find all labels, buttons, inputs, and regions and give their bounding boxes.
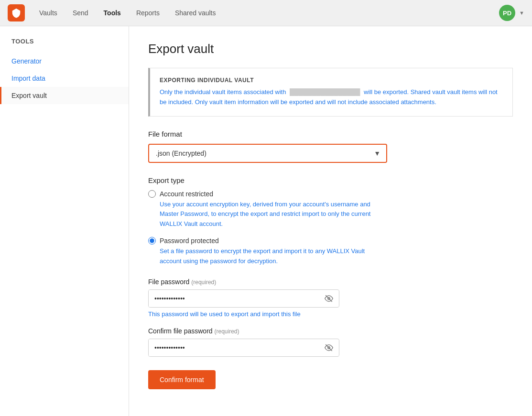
user-avatar[interactable]: PD	[499, 5, 515, 21]
sidebar-title: TOOLS	[0, 38, 129, 53]
confirm-password-input-wrapper	[148, 339, 339, 357]
main-content: Export vault EXPORTING INDIVIDUAL VAULT …	[129, 26, 532, 416]
confirm-password-toggle[interactable]	[319, 340, 339, 356]
confirm-password-label-text: Confirm file password	[148, 327, 213, 335]
user-menu-chevron[interactable]: ▼	[519, 10, 524, 16]
info-box-title: EXPORTING INDIVIDUAL VAULT	[160, 77, 503, 84]
nav-reports[interactable]: Reports	[130, 5, 166, 21]
confirm-format-button[interactable]: Confirm format	[148, 370, 216, 389]
info-box: EXPORTING INDIVIDUAL VAULT Only the indi…	[148, 68, 513, 117]
file-password-input[interactable]	[149, 290, 319, 307]
sidebar-item-generator[interactable]: Generator	[0, 53, 129, 70]
app-logo[interactable]	[8, 4, 25, 21]
radio-option-account-restricted: Account restricted Use your account encr…	[148, 190, 387, 229]
confirm-password-label: Confirm file password (required)	[148, 327, 339, 335]
nav-tools[interactable]: Tools	[97, 5, 128, 21]
sidebar: TOOLS Generator Import data Export vault	[0, 26, 129, 416]
radio-password-protected-desc: Set a file password to encrypt the expor…	[148, 246, 387, 267]
file-password-toggle[interactable]	[319, 290, 339, 307]
nav-shared-vaults[interactable]: Shared vaults	[168, 5, 223, 21]
file-password-label: File password (required)	[148, 278, 339, 286]
export-type-radio-group: Account restricted Use your account encr…	[148, 190, 387, 267]
file-format-label: File format	[148, 130, 387, 138]
file-format-select[interactable]: .json (Encrypted) .csv .json	[149, 145, 386, 162]
radio-option-password-protected: Password protected Set a file password t…	[148, 237, 387, 267]
radio-password-protected-text: Password protected	[160, 237, 219, 245]
file-password-label-text: File password	[148, 278, 189, 286]
confirm-password-input[interactable]	[149, 339, 319, 356]
info-text-blurred: ████████████████	[290, 88, 360, 96]
file-password-input-wrapper	[148, 289, 339, 308]
file-password-section: File password (required) This password w…	[148, 278, 339, 318]
radio-account-restricted-text: Account restricted	[160, 190, 213, 198]
radio-label-password-protected[interactable]: Password protected	[148, 237, 387, 245]
info-box-text: Only the individual vault items associat…	[160, 87, 503, 107]
page-layout: TOOLS Generator Import data Export vault…	[0, 26, 532, 416]
file-password-required: (required)	[191, 279, 216, 286]
radio-account-restricted[interactable]	[148, 190, 156, 198]
radio-account-restricted-desc: Use your account encryption key, derived…	[148, 200, 387, 229]
info-text-part1: Only the individual vault items associat…	[160, 88, 286, 96]
file-format-section: File format .json (Encrypted) .csv .json…	[148, 130, 387, 163]
confirm-password-section: Confirm file password (required)	[148, 327, 339, 357]
radio-label-account-restricted[interactable]: Account restricted	[148, 190, 387, 198]
file-format-select-wrapper: .json (Encrypted) .csv .json ▼	[148, 144, 387, 163]
top-navigation: Vaults Send Tools Reports Shared vaults …	[0, 0, 532, 26]
nav-vaults[interactable]: Vaults	[33, 5, 64, 21]
nav-send[interactable]: Send	[66, 5, 95, 21]
sidebar-item-import-data[interactable]: Import data	[0, 70, 129, 87]
password-hint: This password will be used to export and…	[148, 310, 339, 318]
export-type-section: Export type Account restricted Use your …	[148, 176, 387, 267]
export-type-label: Export type	[148, 176, 387, 184]
radio-password-protected[interactable]	[148, 237, 156, 245]
confirm-password-required: (required)	[215, 328, 239, 335]
page-title: Export vault	[148, 42, 513, 56]
sidebar-item-export-vault[interactable]: Export vault	[0, 87, 129, 104]
